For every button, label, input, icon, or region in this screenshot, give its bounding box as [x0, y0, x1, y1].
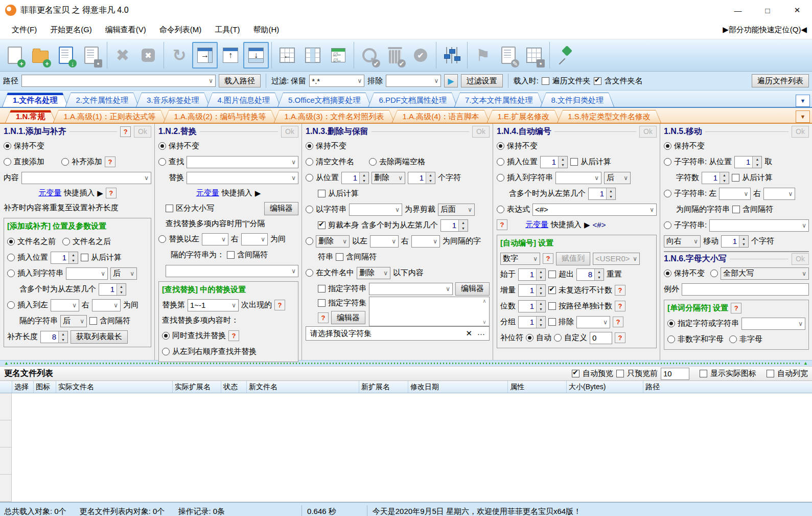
delete2-op-combobox[interactable]: 删除∨ — [316, 235, 350, 248]
clear-icon[interactable]: ✕ — [466, 329, 472, 338]
file-table-body[interactable] — [0, 393, 812, 502]
cut-self-checkbox[interactable] — [318, 221, 326, 229]
apply-check-button[interactable]: ✔ — [408, 42, 433, 69]
after-combobox[interactable]: 后∨ — [60, 315, 87, 327]
ok-button[interactable]: Ok — [792, 253, 809, 265]
except-input[interactable] — [682, 283, 809, 296]
substr-radio[interactable] — [664, 221, 671, 229]
delete-check-button[interactable]: ✔ — [382, 42, 408, 69]
assign-button[interactable]: 赋值到 — [556, 252, 590, 265]
export-table-button[interactable]: ▪ — [521, 42, 547, 69]
new-file-button[interactable]: + — [2, 42, 28, 69]
subtab-extension[interactable]: 1.E.扩展名修改 — [487, 110, 561, 123]
delete-between-radio[interactable] — [306, 237, 313, 245]
delete-button[interactable]: ✖ — [110, 42, 135, 69]
traverse-file-list-button[interactable]: 遍历文件列表 — [752, 74, 809, 87]
tab-office-summary[interactable]: 5.Office文档摘要处理 — [277, 93, 371, 107]
menu-tools[interactable]: 工具(T) — [208, 25, 246, 35]
insert-pos-radio[interactable] — [7, 254, 15, 261]
keep-radio[interactable] — [664, 270, 671, 277]
include-folder-names-checkbox[interactable] — [594, 77, 601, 85]
help-button[interactable]: ? — [105, 156, 115, 167]
editor-button[interactable]: 编辑器 — [455, 282, 490, 296]
delete3-op-combobox[interactable]: 删除∨ — [357, 267, 390, 279]
auto-pad-radio[interactable] — [526, 334, 533, 342]
auto-width-checkbox[interactable] — [767, 370, 774, 377]
menu-start-rename[interactable]: 开始更名(G) — [43, 25, 99, 35]
find-radio[interactable] — [158, 158, 166, 166]
nth-combobox[interactable]: 1~-1∨ — [188, 299, 239, 311]
help-button[interactable]: ? — [318, 312, 329, 323]
column-icon[interactable]: 图标 — [34, 381, 56, 393]
replace-between-radio[interactable] — [158, 235, 166, 243]
get-longest-button[interactable]: 获取列表最长 — [71, 330, 128, 344]
direct-add-radio[interactable] — [4, 158, 11, 166]
ok-button[interactable]: Ok — [281, 126, 298, 138]
search-check-button[interactable]: ✔ — [357, 42, 382, 69]
ok-button[interactable]: Ok — [134, 126, 151, 138]
filter-combobox[interactable]: *.*∨ — [309, 75, 364, 87]
menu-help[interactable]: 帮助(H) — [246, 25, 286, 35]
help-button[interactable]: ? — [615, 332, 625, 343]
chars-spinner[interactable]: 1▲▼ — [702, 172, 729, 184]
ok-button[interactable]: Ok — [472, 126, 490, 138]
ok-button[interactable]: Ok — [792, 126, 809, 138]
column-select[interactable]: 选择 — [12, 381, 34, 393]
left-sep-combobox[interactable]: ∨ — [370, 235, 399, 248]
column-mod-date[interactable]: 修改日期 — [408, 381, 508, 393]
position-after-combobox[interactable]: 后∨ — [110, 267, 137, 280]
column-size[interactable]: 大小(Bytes) — [567, 381, 643, 393]
left-sep-combobox[interactable]: ∨ — [202, 233, 228, 245]
help-button[interactable]: ? — [615, 285, 625, 296]
more-icon[interactable]: ··· — [477, 329, 485, 338]
multi-index-spinner[interactable]: 1▲▼ — [440, 219, 468, 232]
between-value-combobox[interactable]: ∨ — [166, 265, 298, 277]
subtab-compare-list[interactable]: 1.A.高级(3)：文件名对照列表 — [274, 110, 395, 123]
from-pos-radio[interactable] — [306, 174, 313, 182]
scroll-arrows[interactable]: ∧∨ — [481, 298, 488, 325]
edit-list-button[interactable]: ✎ — [496, 42, 521, 69]
simultaneous-radio[interactable] — [162, 332, 170, 340]
minimize-button[interactable]: — — [723, 0, 753, 20]
splitter-handle[interactable]: ▲ ▲ — [0, 360, 812, 366]
before-name-radio[interactable] — [7, 238, 15, 245]
substr-combobox[interactable]: ∨ — [709, 219, 809, 232]
from-end-checkbox[interactable] — [570, 158, 578, 166]
number-type-combobox[interactable]: 数字∨ — [500, 253, 540, 265]
clear-name-radio[interactable] — [306, 158, 313, 166]
from-end-checkbox[interactable] — [732, 174, 739, 182]
spec-string-combobox[interactable]: ∨ — [369, 283, 453, 295]
keep-radio[interactable] — [306, 142, 313, 150]
assign-target-combobox[interactable]: <USER0>∨ — [593, 253, 640, 265]
traverse-folders-checkbox[interactable] — [542, 77, 549, 85]
delete-op-combobox[interactable]: 删除∨ — [372, 172, 405, 184]
include-sep-checkbox[interactable] — [336, 253, 343, 261]
preview-first-checkbox[interactable] — [616, 370, 624, 377]
close-button[interactable]: ✕ — [782, 0, 812, 20]
panel-right-layout-button[interactable]: → — [192, 42, 218, 69]
insert-to-string-radio[interactable] — [497, 174, 504, 182]
help-button[interactable]: ? — [497, 219, 507, 230]
include-sep-checkbox[interactable] — [732, 206, 740, 213]
ok-button[interactable]: Ok — [639, 126, 657, 138]
move-spinner[interactable]: 1▲▼ — [721, 235, 749, 248]
case-sensitive-checkbox[interactable] — [166, 205, 173, 212]
spec-sep-combobox[interactable]: ∨ — [741, 318, 805, 330]
filter-settings-button[interactable]: 过滤设置 — [461, 74, 503, 87]
in-name-radio[interactable] — [306, 269, 313, 277]
keep-radio[interactable] — [4, 142, 11, 150]
tab-file-attrs[interactable]: 2.文件属性处理 — [65, 93, 140, 107]
charset-editor-button[interactable]: 编辑器 — [331, 311, 365, 324]
digits-spinner[interactable]: 1▲▼ — [518, 300, 546, 312]
right-sep-combobox[interactable]: ∨ — [241, 233, 268, 245]
flag-button[interactable]: ⚑ — [470, 42, 496, 69]
pad-length-spinner[interactable]: 8▲▼ — [40, 331, 68, 343]
insert-pos-spinner[interactable]: 1▲▼ — [51, 252, 78, 264]
left-sep-combobox[interactable]: ∨ — [51, 299, 79, 311]
help-button[interactable]: ? — [615, 301, 625, 311]
column-new-ext[interactable]: 新扩展名 — [359, 381, 408, 393]
expression-combobox[interactable]: <#>∨ — [532, 204, 657, 216]
help-button[interactable]: ? — [228, 330, 239, 341]
substr-between-radio[interactable] — [664, 190, 671, 197]
insert-between-radio[interactable] — [7, 301, 15, 309]
